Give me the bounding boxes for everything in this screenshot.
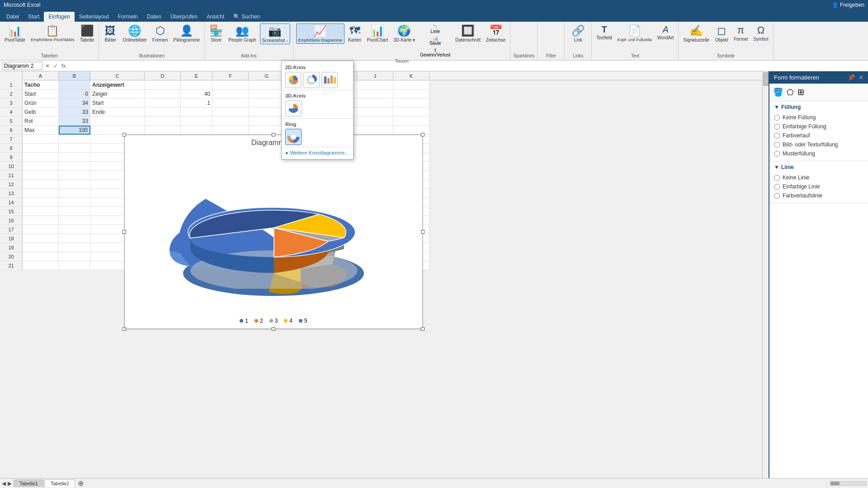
- sheet-nav-right[interactable]: ▶: [8, 480, 12, 487]
- radio-keine-linie[interactable]: [774, 175, 780, 181]
- radio-einfarbige-linie[interactable]: [774, 184, 780, 190]
- bilder-button[interactable]: 🖼 Bilder: [102, 23, 119, 43]
- kopf-fusszeile-button[interactable]: 📄 Kopf- und Fußzeile: [616, 23, 654, 43]
- cell-b4[interactable]: 33: [59, 108, 90, 117]
- tab-seitenlayout[interactable]: Seitenlayout: [75, 12, 113, 22]
- linie-button[interactable]: 📉 Linie: [419, 23, 452, 34]
- formel-button[interactable]: π Formel: [732, 23, 750, 42]
- row-header-9[interactable]: 9: [0, 153, 23, 162]
- chart-handle-ml[interactable]: [123, 230, 126, 234]
- sheet-nav-left[interactable]: ◀: [2, 480, 6, 487]
- onlinebilder-button[interactable]: 🌐 Onlinebilder: [121, 23, 148, 43]
- gewinn-verlust-button[interactable]: ± Gewinn/Verlust: [419, 47, 452, 58]
- cell-g5[interactable]: [249, 117, 285, 126]
- zeitachse-button[interactable]: 📅 Zeitachse: [484, 23, 507, 43]
- name-box[interactable]: [2, 62, 42, 70]
- row-header-13[interactable]: 13: [0, 189, 23, 198]
- radio-farbverlauf[interactable]: [774, 133, 780, 139]
- chart-handle-tl[interactable]: [123, 133, 126, 136]
- tab-ansicht[interactable]: Ansicht: [202, 12, 229, 22]
- cell-d6[interactable]: [145, 126, 181, 135]
- cell-b2[interactable]: 0: [59, 89, 90, 99]
- cell-k5[interactable]: [393, 117, 429, 126]
- cell-b5[interactable]: 33: [59, 117, 90, 126]
- cell-g1[interactable]: [249, 80, 285, 89]
- cell-g4[interactable]: [249, 108, 285, 117]
- section-linie-title[interactable]: ▼ Linie: [774, 164, 863, 170]
- sheet-add-button[interactable]: ⊕: [76, 479, 85, 488]
- chart-handle-br[interactable]: [421, 327, 425, 331]
- row-header-7[interactable]: 7: [0, 135, 23, 144]
- chart-handle-tm[interactable]: [272, 133, 275, 136]
- cell-j5[interactable]: [357, 117, 393, 126]
- col-header-g[interactable]: G: [249, 71, 285, 80]
- sheet-tab-tabelle1[interactable]: Tabelle1: [14, 479, 44, 487]
- piktogramme-button[interactable]: 👤 Piktogramme: [171, 23, 202, 43]
- tab-formeln[interactable]: Formeln: [113, 12, 142, 22]
- pie-2d-1-button[interactable]: [285, 72, 302, 88]
- format-pentagon-icon[interactable]: ⬠: [787, 87, 794, 97]
- cell-b3[interactable]: 34: [59, 99, 90, 108]
- row-header-4[interactable]: 4: [0, 108, 23, 117]
- empfohlene-diagramme-button[interactable]: 📈 Empfohlene Diagramme: [296, 23, 344, 44]
- cell-g2[interactable]: [249, 89, 285, 99]
- format-grid-icon[interactable]: ⊞: [797, 87, 804, 97]
- row-header-5[interactable]: 5: [0, 117, 23, 126]
- row-header-16[interactable]: 16: [0, 216, 23, 225]
- cell-a3[interactable]: Grün: [23, 99, 59, 108]
- chart-container[interactable]: Diagrammtitel: [124, 135, 423, 329]
- symbol-button[interactable]: Ω Symbol: [751, 23, 770, 42]
- chart-handle-tr[interactable]: [421, 133, 425, 136]
- saeule-button[interactable]: 📊 Säule: [419, 35, 452, 46]
- cell-e2[interactable]: 40: [181, 89, 212, 99]
- row-header-20[interactable]: 20: [0, 252, 23, 261]
- chart-handle-mr[interactable]: [421, 230, 425, 234]
- chart-handle-bm[interactable]: [272, 327, 275, 331]
- cell-a2[interactable]: Start: [23, 89, 59, 99]
- wordart-button[interactable]: A WordArt: [656, 23, 676, 41]
- cell-d1[interactable]: [145, 80, 181, 89]
- tabelle-button[interactable]: ⬛ Tabelle: [78, 23, 96, 43]
- section-fuellung-title[interactable]: ▼ Füllung: [774, 104, 863, 110]
- cell-f3[interactable]: [212, 99, 249, 108]
- row-header-21[interactable]: 21: [0, 261, 23, 270]
- empfohlene-pivottables-button[interactable]: 📋 Empfohlene PivotTables: [29, 23, 76, 43]
- panel-pin-icon[interactable]: 📌: [848, 74, 855, 81]
- cell-g3[interactable]: [249, 99, 285, 108]
- col-header-c[interactable]: C: [90, 71, 145, 80]
- panel-close-icon[interactable]: ✕: [859, 74, 863, 81]
- cell-f4[interactable]: [212, 108, 249, 117]
- chart-handle-bl[interactable]: [123, 327, 126, 331]
- row-header-6[interactable]: 6: [0, 126, 23, 135]
- cell-d3[interactable]: [145, 99, 181, 108]
- screenshot-button[interactable]: 📷 Screenshot -: [260, 23, 290, 44]
- cell-e4[interactable]: [181, 108, 212, 117]
- cell-g6[interactable]: [249, 126, 285, 135]
- v-scroll-thumb[interactable]: [763, 72, 769, 86]
- cell-d4[interactable]: [145, 108, 181, 117]
- cell-f2[interactable]: [212, 89, 249, 99]
- h-scrollbar[interactable]: [830, 481, 866, 486]
- col-header-b[interactable]: B: [59, 71, 90, 80]
- row-header-19[interactable]: 19: [0, 243, 23, 252]
- formen-button[interactable]: ⬡ Formen: [151, 23, 170, 43]
- signaturzeile-button[interactable]: ✍ Signaturzeile: [681, 23, 711, 43]
- option-bild-texturfuellung[interactable]: Bild- oder Texturfüllung: [774, 140, 863, 149]
- cell-b6[interactable]: 100: [59, 126, 90, 135]
- cell-d5[interactable]: [145, 117, 181, 126]
- cell-a7[interactable]: [23, 135, 59, 144]
- option-farbverlauf[interactable]: Farbverlauf: [774, 131, 863, 140]
- cell-a6[interactable]: Max: [23, 126, 59, 135]
- more-charts-link[interactable]: ● Weitere Kreisdiagramme...: [282, 148, 353, 157]
- cell-a1[interactable]: Tacho: [23, 80, 59, 89]
- pivotchart-button[interactable]: 📊 PivotChart: [365, 23, 390, 43]
- store-button[interactable]: 🏪 Store: [208, 23, 225, 43]
- radio-farbverlaufslinie[interactable]: [774, 193, 780, 199]
- cell-e1[interactable]: [181, 80, 212, 89]
- ring-1-button[interactable]: [285, 129, 302, 145]
- cell-f5[interactable]: [212, 117, 249, 126]
- row-header-10[interactable]: 10: [0, 162, 23, 171]
- cell-e6[interactable]: [181, 126, 212, 135]
- radio-keine-fuellung[interactable]: [774, 115, 780, 121]
- textfeld-button[interactable]: T Textfeld: [594, 23, 613, 41]
